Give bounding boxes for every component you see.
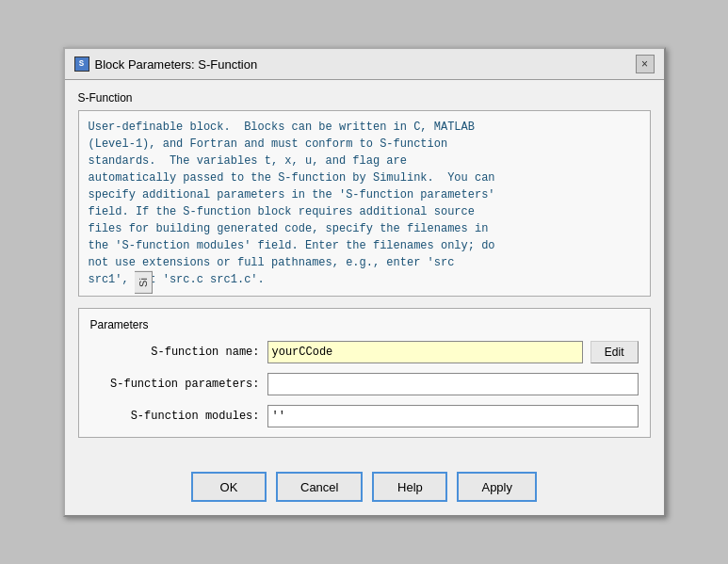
dialog-icon: S <box>74 56 89 72</box>
sfunc-name-label: S-function name: <box>90 346 260 359</box>
title-bar-left: S Block Parameters: S-Function <box>74 56 258 72</box>
edit-button[interactable]: Edit <box>590 341 639 363</box>
sfunc-params-label: S-function parameters: <box>90 378 260 391</box>
sfunc-params-row: S-function parameters: <box>90 373 639 395</box>
sfunc-modules-input[interactable] <box>267 405 639 427</box>
button-row: OK Cancel Help Apply <box>65 462 664 515</box>
apply-button[interactable]: Apply <box>457 472 537 502</box>
sfunc-modules-label: S-function modules: <box>90 410 260 423</box>
parameters-label: Parameters <box>90 318 639 331</box>
sfunc-modules-row: S-function modules: <box>90 405 639 427</box>
ok-button[interactable]: OK <box>191 472 267 502</box>
sfunc-name-input[interactable] <box>267 341 583 363</box>
description-text: User-definable block. Blocks can be writ… <box>78 110 651 297</box>
help-button[interactable]: Help <box>372 472 447 502</box>
section-header: S-Function <box>78 91 651 105</box>
dialog-body: S-Function User-definable block. Blocks … <box>65 80 664 462</box>
sfunc-params-input[interactable] <box>267 373 639 395</box>
icon-letters: S <box>79 59 84 69</box>
title-bar: S Block Parameters: S-Function × <box>65 49 664 80</box>
dialog-window: S Block Parameters: S-Function × S-Funct… <box>63 47 666 517</box>
close-button[interactable]: × <box>636 55 655 73</box>
parameters-section: Parameters S-function name: Edit S-funct… <box>78 308 651 438</box>
side-tab: Si <box>135 271 153 294</box>
dialog-title: Block Parameters: S-Function <box>95 57 258 72</box>
sfunc-name-row: S-function name: Edit <box>90 341 639 363</box>
cancel-button[interactable]: Cancel <box>276 472 363 502</box>
